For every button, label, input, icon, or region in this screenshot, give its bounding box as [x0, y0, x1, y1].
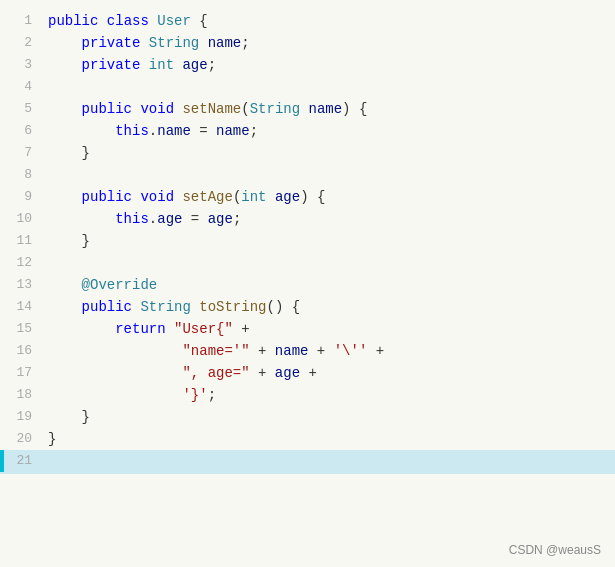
line-number: 16 — [4, 340, 44, 362]
line-number: 5 — [4, 98, 44, 120]
line-number: 1 — [4, 10, 44, 32]
line-number: 21 — [4, 450, 44, 472]
code-line: 12 — [0, 252, 615, 274]
watermark: CSDN @weausS — [509, 543, 601, 557]
code-line: 10 this.age = age; — [0, 208, 615, 230]
line-text: "name='" + name + '\'' + — [44, 340, 615, 362]
code-line: 1public class User { — [0, 10, 615, 32]
line-text: this.age = age; — [44, 208, 615, 230]
code-line: 16 "name='" + name + '\'' + — [0, 340, 615, 362]
line-number: 7 — [4, 142, 44, 164]
line-text: private int age; — [44, 54, 615, 76]
line-number: 18 — [4, 384, 44, 406]
code-line: 11 } — [0, 230, 615, 252]
code-line: 19 } — [0, 406, 615, 428]
code-line: 5 public void setName(String name) { — [0, 98, 615, 120]
code-editor: 1public class User {2 private String nam… — [0, 0, 615, 567]
line-text: @Override — [44, 274, 615, 296]
code-line: 14 public String toString() { — [0, 296, 615, 318]
line-number: 6 — [4, 120, 44, 142]
line-number: 4 — [4, 76, 44, 98]
line-number: 15 — [4, 318, 44, 340]
line-number: 11 — [4, 230, 44, 252]
line-text: public void setAge(int age) { — [44, 186, 615, 208]
line-number: 14 — [4, 296, 44, 318]
line-number: 8 — [4, 164, 44, 186]
code-line: 21 — [0, 450, 615, 474]
line-number: 3 — [4, 54, 44, 76]
line-number: 19 — [4, 406, 44, 428]
line-text: return "User{" + — [44, 318, 615, 340]
line-text: ", age=" + age + — [44, 362, 615, 384]
code-line: 4 — [0, 76, 615, 98]
code-line: 20} — [0, 428, 615, 450]
line-text: } — [44, 406, 615, 428]
line-text: this.name = name; — [44, 120, 615, 142]
line-number: 2 — [4, 32, 44, 54]
line-text: public void setName(String name) { — [44, 98, 615, 120]
line-text: } — [44, 230, 615, 252]
line-number: 12 — [4, 252, 44, 274]
line-number: 17 — [4, 362, 44, 384]
code-line: 2 private String name; — [0, 32, 615, 54]
code-line: 8 — [0, 164, 615, 186]
code-line: 17 ", age=" + age + — [0, 362, 615, 384]
code-line: 3 private int age; — [0, 54, 615, 76]
code-line: 13 @Override — [0, 274, 615, 296]
code-lines: 1public class User {2 private String nam… — [0, 10, 615, 474]
code-line: 15 return "User{" + — [0, 318, 615, 340]
line-text: '}'; — [44, 384, 615, 406]
line-number: 9 — [4, 186, 44, 208]
line-text: private String name; — [44, 32, 615, 54]
line-text: } — [44, 428, 615, 450]
code-line: 9 public void setAge(int age) { — [0, 186, 615, 208]
line-text: public String toString() { — [44, 296, 615, 318]
line-number: 20 — [4, 428, 44, 450]
code-line: 6 this.name = name; — [0, 120, 615, 142]
code-line: 18 '}'; — [0, 384, 615, 406]
line-text: } — [44, 142, 615, 164]
line-number: 13 — [4, 274, 44, 296]
line-number: 10 — [4, 208, 44, 230]
code-line: 7 } — [0, 142, 615, 164]
line-text: public class User { — [44, 10, 615, 32]
